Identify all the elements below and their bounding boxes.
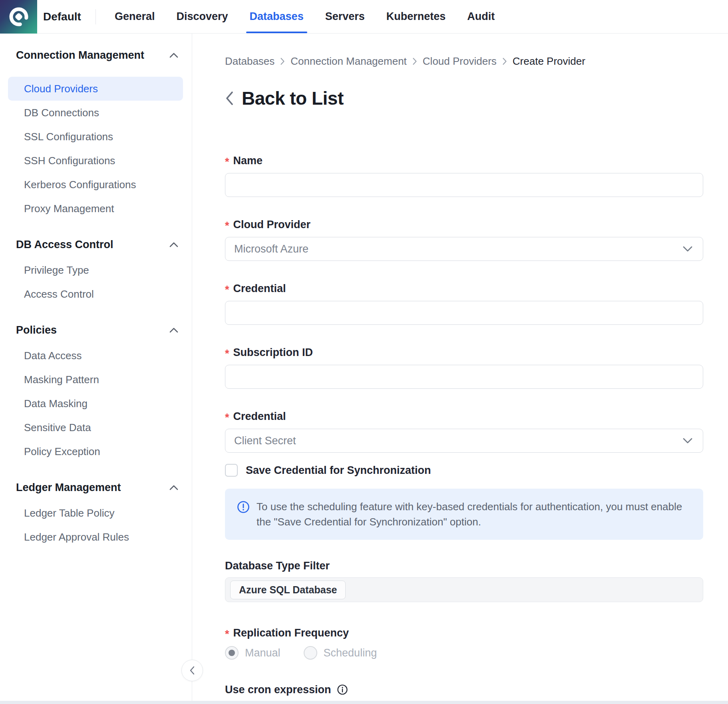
credential-input[interactable] bbox=[225, 301, 703, 325]
database-type-tag: Azure SQL Database bbox=[230, 581, 346, 599]
save-credential-label: Save Credential for Synchronization bbox=[246, 464, 431, 477]
sidebar-section-header-connection-management[interactable]: Connection Management bbox=[0, 47, 192, 63]
credential-type-label: * Credential bbox=[225, 410, 703, 423]
cron-expression-label: Use cron expression bbox=[225, 683, 703, 696]
tab-servers[interactable]: Servers bbox=[325, 0, 365, 33]
info-banner: To use the scheduling feature with key-b… bbox=[225, 489, 703, 540]
field-group-credential: * Credential bbox=[225, 282, 703, 325]
subscription-id-input[interactable] bbox=[225, 365, 703, 389]
save-credential-row: Save Credential for Synchronization bbox=[225, 462, 703, 478]
sidebar-item-ssl-configurations[interactable]: SSL Configurations bbox=[0, 125, 192, 149]
sidebar-section-policies: Policies Data Access Masking Pattern Dat… bbox=[0, 322, 192, 463]
manual-radio-label: Manual bbox=[245, 647, 280, 659]
sidebar-item-proxy-management[interactable]: Proxy Management bbox=[0, 197, 192, 221]
create-provider-form: * Name * Cloud Provider Microsoft Azure bbox=[225, 154, 703, 704]
main-tabs: General Discovery Databases Servers Kube… bbox=[115, 0, 495, 33]
replication-frequency-options: Manual Scheduling bbox=[225, 645, 703, 660]
cloud-provider-value: Microsoft Azure bbox=[234, 243, 308, 255]
chevron-right-icon bbox=[502, 58, 507, 65]
breadcrumb-item-connection-management[interactable]: Connection Management bbox=[290, 55, 407, 68]
sidebar-item-db-connections[interactable]: DB Connections bbox=[0, 101, 192, 125]
tab-kubernetes[interactable]: Kubernetes bbox=[386, 0, 446, 33]
sidebar-section-header-policies[interactable]: Policies bbox=[0, 322, 192, 338]
cloud-provider-label: * Cloud Provider bbox=[225, 218, 703, 231]
chevron-down-icon bbox=[683, 438, 692, 443]
chevron-left-icon bbox=[225, 91, 234, 106]
breadcrumb-item-create-provider: Create Provider bbox=[513, 55, 585, 68]
subscription-id-label: * Subscription ID bbox=[225, 346, 703, 359]
sidebar-item-ssh-configurations[interactable]: SSH Configurations bbox=[0, 149, 192, 173]
main-content: Databases Connection Management Cloud Pr… bbox=[192, 34, 728, 704]
chevron-left-icon bbox=[189, 666, 195, 675]
scheduling-radio-label: Scheduling bbox=[324, 647, 377, 659]
tab-general[interactable]: General bbox=[115, 0, 155, 33]
sidebar-section-title: Policies bbox=[16, 324, 57, 336]
sidebar-item-access-control[interactable]: Access Control bbox=[0, 282, 192, 306]
sidebar-item-policy-exception[interactable]: Policy Exception bbox=[0, 440, 192, 463]
database-type-filter-label: Database Type Filter bbox=[225, 559, 703, 573]
breadcrumb-item-cloud-providers[interactable]: Cloud Providers bbox=[423, 55, 497, 68]
app-logo[interactable] bbox=[0, 0, 37, 34]
sidebar-section-header-ledger-management[interactable]: Ledger Management bbox=[0, 479, 192, 495]
required-asterisk: * bbox=[225, 156, 229, 168]
info-circle-icon bbox=[237, 501, 250, 513]
required-asterisk: * bbox=[225, 284, 229, 296]
sidebar-item-data-masking[interactable]: Data Masking bbox=[0, 392, 192, 416]
chevron-up-icon bbox=[169, 328, 178, 333]
required-asterisk: * bbox=[225, 412, 229, 424]
sidebar-item-ledger-table-policy[interactable]: Ledger Table Policy bbox=[0, 501, 192, 525]
bottom-edge-strip bbox=[0, 701, 728, 704]
credential-type-value: Client Secret bbox=[234, 435, 296, 447]
name-label: * Name bbox=[225, 154, 703, 167]
scheduling-radio bbox=[304, 646, 317, 660]
credential-type-select[interactable]: Client Secret bbox=[225, 429, 703, 453]
workspace-selector[interactable]: Default bbox=[43, 10, 81, 23]
cloud-provider-select[interactable]: Microsoft Azure bbox=[225, 237, 703, 261]
manual-radio bbox=[225, 646, 239, 660]
info-tooltip-icon[interactable] bbox=[337, 684, 348, 695]
chevron-up-icon bbox=[169, 53, 178, 58]
credential-label: * Credential bbox=[225, 282, 703, 295]
replication-frequency-label: * Replication Frequency bbox=[225, 626, 703, 640]
sidebar-item-cloud-providers[interactable]: Cloud Providers bbox=[8, 77, 183, 101]
name-input[interactable] bbox=[225, 173, 703, 197]
sidebar-section-db-access-control: DB Access Control Privilege Type Access … bbox=[0, 237, 192, 306]
page-title: Back to List bbox=[242, 88, 344, 109]
sidebar-section-title: DB Access Control bbox=[16, 239, 113, 251]
sidebar-item-masking-pattern[interactable]: Masking Pattern bbox=[0, 368, 192, 392]
sidebar-item-data-access[interactable]: Data Access bbox=[0, 344, 192, 368]
field-group-credential-type: * Credential Client Secret bbox=[225, 410, 703, 453]
info-banner-text: To use the scheduling feature with key-b… bbox=[257, 499, 691, 529]
field-group-cloud-provider: * Cloud Provider Microsoft Azure bbox=[225, 218, 703, 261]
field-group-name: * Name bbox=[225, 154, 703, 197]
breadcrumb-item-databases[interactable]: Databases bbox=[225, 55, 274, 68]
required-asterisk: * bbox=[225, 348, 229, 360]
topbar-divider bbox=[95, 9, 96, 24]
tab-discovery[interactable]: Discovery bbox=[176, 0, 228, 33]
sidebar-section-ledger-management: Ledger Management Ledger Table Policy Le… bbox=[0, 479, 192, 549]
sidebar-item-sensitive-data[interactable]: Sensitive Data bbox=[0, 416, 192, 440]
chevron-right-icon bbox=[412, 58, 417, 65]
back-button[interactable] bbox=[225, 91, 234, 106]
radio-option-scheduling: Scheduling bbox=[304, 646, 377, 660]
tab-databases[interactable]: Databases bbox=[250, 0, 304, 33]
chevron-right-icon bbox=[280, 58, 285, 65]
sidebar-item-privilege-type[interactable]: Privilege Type bbox=[0, 258, 192, 282]
sidebar-collapse-button[interactable] bbox=[181, 660, 203, 681]
sidebar: Connection Management Cloud Providers DB… bbox=[0, 34, 192, 704]
logo-glyph-icon bbox=[8, 6, 30, 28]
breadcrumb: Databases Connection Management Cloud Pr… bbox=[225, 55, 703, 68]
save-credential-checkbox[interactable] bbox=[225, 464, 238, 477]
chevron-up-icon bbox=[169, 242, 178, 247]
page: Default General Discovery Databases Serv… bbox=[0, 0, 728, 704]
tab-audit[interactable]: Audit bbox=[467, 0, 495, 33]
sidebar-section-header-db-access-control[interactable]: DB Access Control bbox=[0, 237, 192, 253]
required-asterisk: * bbox=[225, 220, 229, 232]
database-type-filter-field: Azure SQL Database bbox=[225, 577, 703, 602]
field-group-subscription-id: * Subscription ID bbox=[225, 346, 703, 389]
sidebar-item-ledger-approval-rules[interactable]: Ledger Approval Rules bbox=[0, 525, 192, 549]
required-asterisk: * bbox=[225, 628, 229, 640]
chevron-up-icon bbox=[169, 485, 178, 490]
page-title-row: Back to List bbox=[225, 88, 703, 109]
sidebar-item-kerberos-configurations[interactable]: Kerberos Configurations bbox=[0, 173, 192, 197]
